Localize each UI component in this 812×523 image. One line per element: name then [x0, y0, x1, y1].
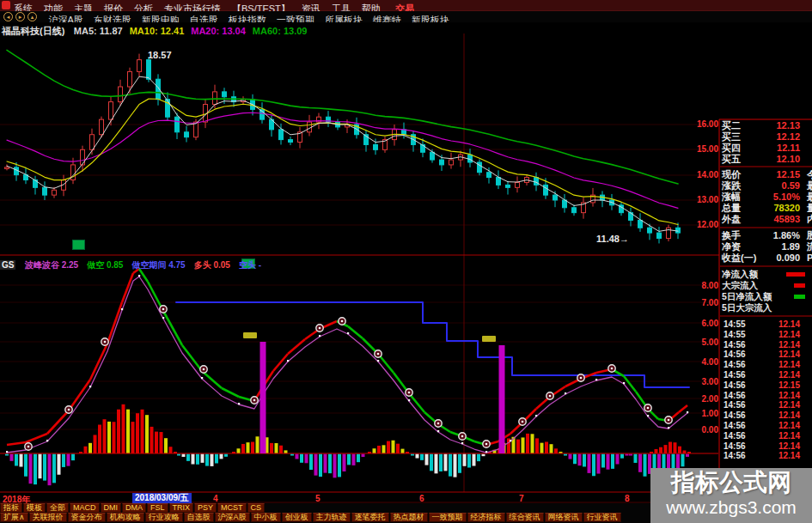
circle-arrow-icon[interactable]: ◂ — [3, 12, 13, 21]
toolbar-button[interactable]: 网络资讯 — [545, 513, 583, 522]
y-axis-label: 14.00 — [693, 171, 718, 179]
flow-bar — [794, 283, 805, 288]
toolbar-button[interactable]: CS — [247, 503, 266, 513]
chart-title-bar: 福晶科技(日线) MA5: 11.87MA10: 12.41MA20: 13.0… — [0, 22, 812, 33]
toolbar-button[interactable]: TRIX — [169, 503, 194, 513]
month-label: 4 — [213, 494, 218, 503]
y-axis-label: 4.00 — [693, 358, 718, 367]
tick-price: 12.14 — [778, 421, 800, 431]
menu-bar-quick: ◂▸▴ 沪深A股东财选股新股申购自选股板块指数一致预期所属板块维赛特新股板块 — [0, 11, 812, 22]
circle-arrow-icon[interactable]: ▸ — [15, 12, 25, 21]
toolbar-button[interactable]: MACD — [70, 503, 100, 513]
tick-row: 14:5612.14 — [720, 410, 812, 421]
flow-row: 5日大宗流入 — [720, 302, 812, 313]
toolbar-button[interactable]: MCST — [217, 503, 247, 513]
tick-row: 14:5612.15 — [720, 380, 812, 391]
tick-row: 14:5612.14 — [720, 441, 812, 452]
tick-price: 12.14 — [778, 319, 800, 330]
ma-value: MA10: 12.41 — [130, 26, 185, 36]
tick-time: 14:55 — [723, 319, 746, 330]
toolbar-button[interactable]: 主力轨迹 — [313, 513, 351, 522]
tick-price: 12.14 — [778, 340, 800, 350]
toolbar-button[interactable]: 中小板 — [251, 513, 281, 522]
info-value: 0.090 — [776, 252, 800, 264]
toolbar-button[interactable]: 指标 — [0, 503, 22, 513]
tick-price: 12.14 — [778, 350, 800, 360]
info-value: 45893 — [773, 214, 800, 225]
month-label: 7 — [519, 494, 524, 503]
quote-info2: 换手1.86%股净资1.89流收益(一)0.090P — [720, 230, 812, 264]
toolbar-button[interactable]: 机构攻略 — [107, 513, 144, 522]
tick-time: 14:56 — [723, 400, 746, 410]
info-row: 总量78320量 — [720, 203, 812, 214]
indicator-field: 做空 0.85 — [87, 260, 123, 270]
toolbar-button[interactable]: 自选股 — [184, 513, 214, 522]
bid-list: 买二12.13买三12.12买四12.11买五12.10 — [720, 120, 812, 165]
toolbar-button[interactable]: 行业资讯 — [583, 513, 621, 522]
tick-price: 12.14 — [778, 441, 800, 452]
tick-price: 12.14 — [778, 400, 800, 410]
toolbar-button[interactable]: 沪深A股 — [215, 513, 250, 522]
tick-list[interactable]: 14:5512.1414:5512.1414:5612.1414:5612.14… — [720, 319, 812, 461]
info-cut-label: 最 — [807, 192, 812, 203]
toolbar-button[interactable]: DMI — [101, 503, 122, 513]
toolbar-button[interactable]: 创业板 — [282, 513, 312, 522]
watermark: 指标公式网 www.zbgs3.com — [650, 468, 812, 523]
toolbar-button[interactable]: 一致预期 — [429, 513, 467, 522]
y-axis-label: 8.00 — [693, 282, 718, 290]
info-row: 涨幅5.10%最 — [720, 192, 812, 203]
watermark-title: 指标公式网 — [650, 468, 812, 497]
tick-time: 14:56 — [723, 391, 746, 401]
toolbar-button[interactable]: 资金分布 — [68, 513, 106, 522]
toolbar-button[interactable]: 模板 — [23, 503, 46, 513]
y-axis-label: 1.00 — [693, 410, 718, 418]
tick-time: 14:56 — [723, 421, 746, 431]
month-label: 6 — [419, 494, 424, 503]
tick-time: 14:55 — [723, 330, 746, 340]
indicator-header: GS 波峰波谷 2.25做空 0.85做空期间 4.75多头 0.05空头 - — [0, 256, 713, 266]
toolbar-button[interactable]: FSL — [147, 503, 168, 513]
flow-row: 大宗流入 — [720, 280, 812, 291]
ma-value: MA20: 13.04 — [191, 26, 246, 36]
toolbar-button[interactable]: 扩展∧ — [0, 513, 28, 522]
bid-price: 12.10 — [776, 154, 800, 165]
y-axis-label: 2.00 — [693, 395, 718, 404]
y-axis-label: 0.00 — [693, 426, 718, 435]
bid-label: 买三 — [722, 131, 741, 143]
signal-badge — [72, 240, 85, 250]
info-label: 涨幅 — [722, 192, 741, 203]
info-cut-label: 股 — [807, 230, 812, 241]
info-label: 净资 — [722, 241, 741, 252]
toolbar-button[interactable]: 行业攻略 — [145, 513, 183, 522]
tick-price: 12.14 — [778, 391, 800, 401]
info-cut-label: 内 — [807, 214, 812, 225]
indicator-name[interactable]: GS — [0, 260, 15, 270]
bid-label: 买四 — [722, 143, 741, 154]
toolbar-button[interactable]: PSY — [194, 503, 217, 513]
tick-row: 14:5612.14 — [720, 370, 812, 380]
y-axis-label: 5.00 — [693, 338, 718, 347]
ma-values: MA5: 11.87MA10: 12.41MA20: 13.04MA60: 13… — [74, 22, 314, 37]
toolbar-button[interactable]: 全部 — [46, 503, 69, 513]
tick-row: 14:5612.14 — [720, 360, 812, 370]
toolbar-button[interactable]: DMA — [122, 503, 146, 513]
info-value: 5.10% — [773, 192, 800, 203]
toolbar-button[interactable]: 经济指标 — [467, 513, 505, 522]
tick-row: 14:5612.14 — [720, 391, 812, 401]
info-row: 收益(一)0.090P — [720, 252, 812, 264]
ma-value: MA5: 11.87 — [74, 26, 123, 36]
info-label: 换手 — [722, 230, 741, 241]
toolbar-button[interactable]: 关联报价 — [29, 513, 67, 522]
month-label: 5 — [315, 494, 321, 503]
toolbar-button[interactable]: 热点题材 — [390, 513, 428, 522]
trading-app-window: 系统功能主题报价分析专业市场行情【BS/TEST】资讯工具帮助 交易 ◂▸▴ 沪… — [0, 0, 812, 523]
tick-time: 14:56 — [723, 451, 746, 461]
tick-row: 14:5512.14 — [720, 319, 812, 330]
tick-price: 12.14 — [778, 451, 800, 461]
circle-arrow-icon[interactable]: ▴ — [27, 12, 37, 21]
toolbar-button[interactable]: 逐笔委托 — [351, 513, 389, 522]
y-axis-label: 7.00 — [693, 299, 718, 307]
info-value: 1.89 — [782, 241, 800, 252]
info-value: 1.86% — [773, 230, 800, 241]
toolbar-button[interactable]: 综合资讯 — [506, 513, 544, 522]
